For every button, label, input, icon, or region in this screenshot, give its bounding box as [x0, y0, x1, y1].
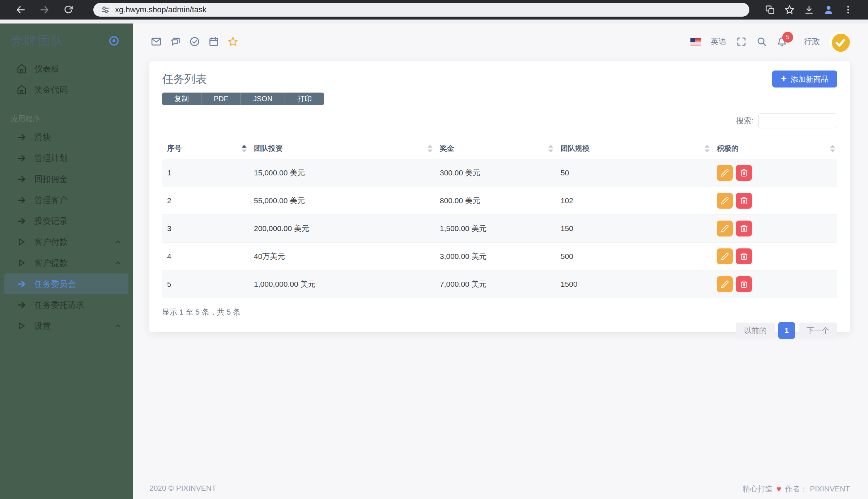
- sidebar-item-label: 任务委托请求: [34, 299, 84, 311]
- trash-icon: [740, 252, 748, 261]
- edit-button[interactable]: [717, 193, 733, 209]
- edit-button[interactable]: [717, 165, 733, 181]
- column-header[interactable]: 序号: [162, 138, 249, 159]
- fullscreen-icon[interactable]: [736, 36, 747, 47]
- delete-button[interactable]: [736, 193, 752, 209]
- table-cell: 2: [162, 187, 249, 215]
- download-icon[interactable]: [803, 4, 815, 16]
- mail-icon[interactable]: [151, 36, 162, 47]
- table-cell: 4: [162, 243, 249, 270]
- browser-back-icon[interactable]: [14, 4, 27, 16]
- sidebar-item-label: 投资记录: [34, 216, 68, 227]
- table-cell: 3: [162, 215, 249, 243]
- author-text: 作者： PIXINVENT: [785, 484, 850, 494]
- brand-title[interactable]: 壳牌团队: [11, 33, 64, 49]
- sidebar-item[interactable]: 滑块: [0, 127, 133, 148]
- chevron-up-icon: [114, 322, 122, 330]
- table-search-input[interactable]: [758, 113, 837, 128]
- heart-icon: ♥: [776, 484, 782, 494]
- trash-icon: [740, 169, 748, 177]
- table-row: 255,000.00 美元800.00 美元102: [162, 187, 837, 215]
- export-button[interactable]: 复制: [162, 93, 201, 105]
- sidebar-toggle-icon[interactable]: [108, 35, 120, 47]
- delete-button[interactable]: [736, 165, 752, 181]
- current-page-button[interactable]: 1: [778, 322, 795, 339]
- export-button[interactable]: PDF: [201, 93, 241, 105]
- home-icon: [17, 85, 28, 95]
- profile-icon[interactable]: [822, 4, 835, 16]
- sidebar-item[interactable]: 客户付款: [0, 231, 133, 252]
- page-title: 任务列表: [162, 72, 207, 87]
- column-header[interactable]: 团队投资: [249, 138, 435, 159]
- browser-forward-icon[interactable]: [38, 4, 51, 16]
- edit-button[interactable]: [717, 221, 733, 236]
- table-cell: 1: [162, 159, 249, 187]
- language-label[interactable]: 英语: [711, 36, 727, 47]
- avatar[interactable]: [829, 31, 850, 52]
- table-cell: 500: [556, 243, 712, 270]
- sidebar-item[interactable]: 管理客户: [0, 189, 133, 210]
- chat-icon[interactable]: [170, 36, 181, 47]
- sidebar-item[interactable]: 任务委托请求: [0, 294, 133, 315]
- notification-badge: 5: [782, 32, 793, 43]
- notifications-button[interactable]: 5: [776, 36, 787, 47]
- arrow-icon: [17, 174, 28, 184]
- edit-button[interactable]: [717, 276, 733, 292]
- column-header-label: 团队规模: [561, 144, 590, 152]
- table-cell: 1,000,000.00 美元: [249, 270, 435, 298]
- previous-page-button[interactable]: 以前的: [736, 323, 775, 338]
- column-header[interactable]: 积极的: [712, 138, 837, 159]
- column-header[interactable]: 团队规模: [556, 138, 712, 159]
- add-new-product-button[interactable]: + 添加新商品: [772, 71, 837, 88]
- address-bar[interactable]: xg.hwym.shop/admin/task: [93, 3, 749, 17]
- edit-button[interactable]: [717, 248, 733, 264]
- translate-icon[interactable]: [764, 4, 776, 16]
- sidebar-item-label: 回扣佣金: [34, 174, 68, 185]
- browser-reload-icon[interactable]: [62, 4, 75, 16]
- sidebar-item[interactable]: 设置: [0, 315, 133, 336]
- row-actions: [712, 270, 837, 298]
- delete-button[interactable]: [736, 276, 752, 292]
- bookmark-star-icon[interactable]: [783, 4, 796, 16]
- check-circle-icon[interactable]: [189, 36, 200, 47]
- star-icon[interactable]: [227, 36, 238, 47]
- browser-menu-icon[interactable]: [842, 4, 854, 16]
- column-header[interactable]: 奖金: [435, 138, 556, 159]
- table-cell: 40万美元: [249, 243, 435, 270]
- table-info-text: 显示 1 至 5 条，共 5 条: [162, 307, 837, 317]
- sidebar-item[interactable]: 客户提款: [0, 252, 133, 273]
- sidebar-item[interactable]: 管理计划: [0, 148, 133, 169]
- flag-us-icon[interactable]: [690, 36, 701, 47]
- sidebar-item[interactable]: 奖金代码: [0, 79, 133, 100]
- table-cell: 150: [556, 215, 712, 243]
- next-page-button[interactable]: 下一个: [799, 323, 837, 338]
- calendar-icon[interactable]: [208, 36, 219, 47]
- sidebar-item[interactable]: 投资记录: [0, 210, 133, 231]
- table-cell: 300.00 美元: [435, 159, 556, 187]
- delete-button[interactable]: [736, 248, 752, 264]
- table-cell: 102: [556, 187, 712, 215]
- export-button[interactable]: 打印: [285, 93, 324, 105]
- site-settings-icon[interactable]: [101, 5, 110, 14]
- sidebar-item-label: 客户提款: [34, 257, 68, 269]
- arrow-icon: [17, 153, 28, 163]
- sidebar-item[interactable]: 仪表板: [0, 58, 133, 79]
- sort-carets-icon: [830, 145, 835, 152]
- made-with-text: 精心打造: [743, 484, 773, 494]
- search-icon[interactable]: [756, 36, 767, 47]
- window-strip: [0, 20, 868, 24]
- pencil-icon: [720, 196, 729, 205]
- row-actions: [712, 159, 837, 187]
- topbar: 英语 5 行政: [133, 24, 868, 60]
- table-cell: 7,000.00 美元: [435, 270, 556, 298]
- column-header-label: 奖金: [440, 144, 454, 152]
- sidebar-item-label: 管理客户: [34, 195, 68, 206]
- home-icon: [17, 64, 28, 74]
- export-button[interactable]: JSON: [241, 93, 285, 105]
- sidebar-menu: 仪表板奖金代码: [0, 58, 133, 100]
- sidebar-item-label: 滑块: [34, 132, 51, 143]
- delete-button[interactable]: [736, 221, 752, 236]
- column-header-label: 团队投资: [254, 144, 283, 152]
- sidebar-item[interactable]: 回扣佣金: [0, 169, 133, 189]
- sidebar-item[interactable]: 任务委员会: [4, 273, 128, 294]
